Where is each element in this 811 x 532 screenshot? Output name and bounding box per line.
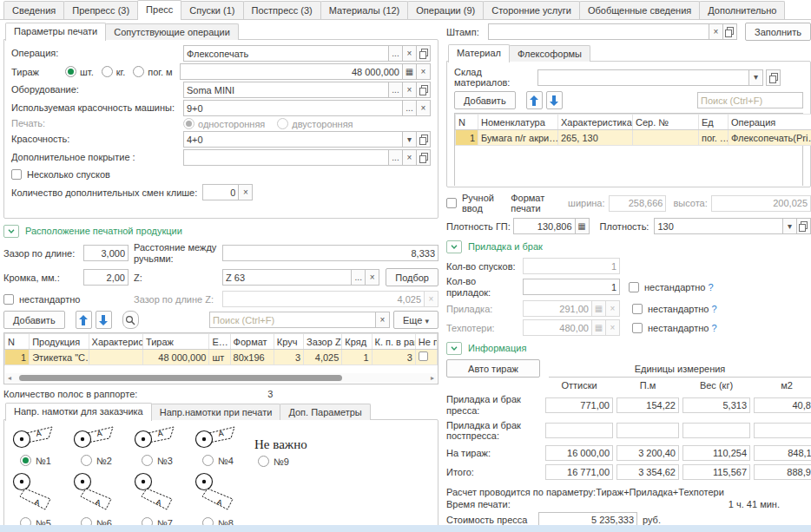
equipment-input[interactable] [183,82,389,98]
density-gp-input[interactable] [513,218,575,234]
subtab-winding-print[interactable]: Напр.намотки при печати [151,404,281,420]
winding-option-9[interactable]: Не важно №9 [254,425,359,467]
row-checkbox[interactable] [419,351,428,361]
tab-dopolnitelno[interactable]: Дополнительно [699,1,785,19]
priladka-calc-button[interactable]: ▦ [591,300,606,317]
density-input[interactable] [654,218,783,234]
table-row[interactable]: 1 Этикетка "С… 48 000,000 шт 80x196 3 4,… [5,350,438,365]
stamp-input[interactable] [488,23,709,40]
manual-input-checkbox[interactable] [446,198,457,208]
add-product-button[interactable]: Добавить [3,311,65,329]
col-kpr[interactable]: К. п. в рапп. [372,334,415,350]
height-input[interactable] [711,195,811,212]
subtab-material[interactable]: Материал [448,44,510,62]
edge-input[interactable] [83,269,129,286]
waste-clear-button[interactable]: × [605,319,620,336]
winding-option-2[interactable]: №2 [72,425,133,466]
ink-open-button[interactable] [416,131,431,148]
multi-layouts-checkbox[interactable] [11,169,22,180]
col-operation[interactable]: Операция [729,115,811,130]
qty-clear-button[interactable]: × [416,63,431,80]
z-input[interactable] [222,269,352,286]
col-qty[interactable]: Тираж [142,334,208,350]
table-row[interactable]: 1 Бумага п/г акри… 265, 130 пог. … Флекс… [456,130,811,146]
col-unit[interactable]: Е… [209,334,230,350]
gap-z-input[interactable] [222,291,425,307]
waste-input[interactable] [523,319,592,336]
operation-open-button[interactable] [416,45,431,62]
coating-input[interactable] [183,149,389,166]
winding-option-7[interactable]: №7 [133,472,194,529]
col-characteristic[interactable]: Характеристика [558,115,633,130]
ink-input[interactable] [183,131,403,148]
coating-clear-button[interactable]: × [402,149,417,166]
machine-ink-select-button[interactable]: ... [402,100,417,116]
subtab-related-operations[interactable]: Сопутствующие операции [105,23,239,40]
move-down-button[interactable] [96,311,112,329]
plate-changes-input[interactable] [202,184,239,200]
products-search-clear-button[interactable]: × [375,312,390,328]
col-serial[interactable]: Сер. № [633,115,699,130]
products-search-input[interactable] [209,312,376,328]
tab-prepress[interactable]: Препресс (3) [63,1,138,19]
tab-storonnie-uslugi[interactable]: Сторонние услуги [483,1,580,19]
density-gp-calc-button[interactable]: ▦ [575,218,590,234]
col-format[interactable]: Формат [230,334,274,350]
scroll-left-icon[interactable]: ◂ [5,373,14,383]
winding-option-3[interactable]: №3 [133,425,194,466]
qty-unit-pogm-radio[interactable] [133,66,144,77]
operation-input[interactable] [183,45,389,62]
qty-calc-button[interactable]: ▦ [402,63,417,80]
col-kruch[interactable]: Круч [274,334,303,350]
z-select-button[interactable]: ... [351,269,366,286]
col-characteristic[interactable]: Характерис… [89,334,142,350]
fill-button[interactable]: Заполнить [745,23,811,41]
stream-distance-input[interactable] [222,245,438,261]
winding-option-5[interactable]: №5 [11,472,72,529]
col-product[interactable]: Продукция [30,334,89,350]
winding-radio-2[interactable] [81,455,92,466]
waste-calc-button[interactable]: ▦ [591,319,606,336]
setups-help-link[interactable]: ? [708,282,713,292]
gap-z-clear-button[interactable]: × [424,291,438,307]
equipment-open-button[interactable] [416,82,431,98]
waste-help-link[interactable]: ? [711,323,716,333]
tab-svedeniya[interactable]: Сведения [3,1,64,19]
more-button[interactable]: Еще ▾ [393,311,438,329]
info-collapse-button[interactable] [446,342,462,355]
layout-collapse-button[interactable] [3,225,19,238]
warehouse-open-button[interactable] [766,69,781,86]
density-open-button[interactable] [796,218,811,234]
auto-qty-button[interactable]: Авто тираж [446,359,540,378]
scroll-right-icon[interactable]: ▸ [428,373,437,383]
tab-operacii[interactable]: Операции (9) [407,1,484,19]
materials-search-input[interactable] [697,92,803,108]
subtab-print-params[interactable]: Параметры печати [5,23,106,41]
subtab-winding-customer[interactable]: Напр. намотки для заказчика [5,403,152,421]
machine-ink-input[interactable] [183,100,403,116]
winding-radio-1[interactable] [20,455,31,466]
width-input[interactable] [609,195,667,212]
winding-option-6[interactable]: №6 [72,472,133,529]
waste-nonstandard-checkbox[interactable] [632,323,643,333]
material-down-button[interactable] [546,91,563,109]
priladka-input[interactable] [523,300,592,317]
priladka-help-link[interactable]: ? [711,304,716,314]
winding-option-1[interactable]: №1 [11,425,72,466]
coating-open-button[interactable] [416,149,431,166]
layouts-count-input[interactable] [523,258,620,274]
priladka-clear-button[interactable]: × [605,300,620,317]
col-kryad[interactable]: Кряд [342,334,372,350]
stamp-clear-button[interactable]: × [709,23,723,40]
winding-radio-3[interactable] [142,455,153,466]
find-button[interactable] [122,311,139,329]
equipment-clear-button[interactable]: × [402,82,417,98]
bottom-scrollbar[interactable] [0,525,811,532]
tab-materialy[interactable]: Материалы (12) [320,1,409,19]
z-pick-button[interactable]: Подбор [386,268,438,286]
tab-obobshchennye[interactable]: Обобщенные сведения [579,1,700,19]
col-n[interactable]: N [5,334,30,350]
warehouse-dropdown-button[interactable]: ▾ [748,69,763,86]
qty-input[interactable] [180,63,403,80]
qty-unit-kg-radio[interactable] [102,66,113,77]
